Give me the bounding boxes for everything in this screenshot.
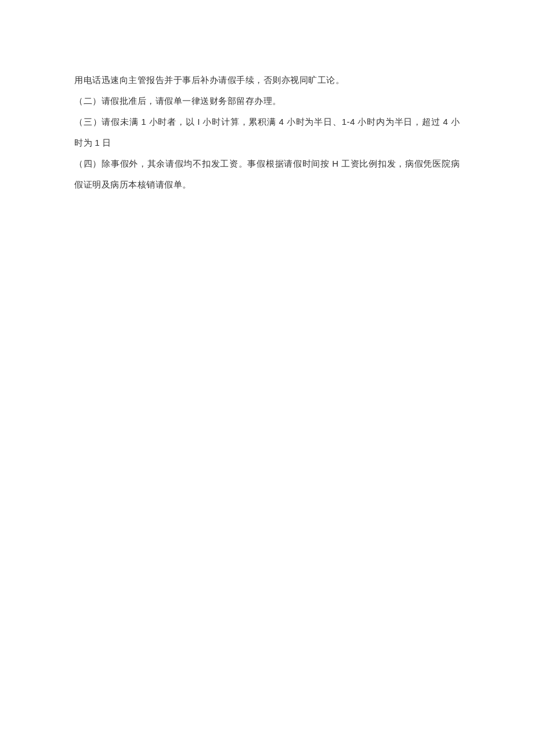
number-value: 4: [443, 117, 448, 127]
text-segment: 日: [100, 138, 111, 147]
paragraph-4: （四）除事假外，其余请假均不扣发工资。事假根据请假时间按 H 工资比例扣发，病假…: [74, 153, 460, 195]
paragraph-2: （二）请假批准后，请假单一律送财务部留存办理。: [74, 91, 460, 111]
paragraph-1: 用电话迅速向主管报告并于事后补办请假手续，否则亦视同旷工论。: [74, 70, 460, 91]
letter-value: H: [332, 159, 338, 168]
document-content: 用电话迅速向主管报告并于事后补办请假手续，否则亦视同旷工论。 （二）请假批准后，…: [74, 70, 460, 195]
number-value: 1-4: [342, 117, 355, 127]
text-segment: 小时内为半日，超过: [355, 117, 443, 127]
text-segment: 小时为半日、: [284, 117, 341, 127]
text-segment: （三）请假未满: [74, 117, 141, 127]
text-segment: 小时者，以: [146, 117, 197, 127]
paragraph-3: （三）请假未满 1 小时者，以 I 小时计算，累积满 4 小时为半日、1-4 小…: [74, 111, 460, 153]
number-value: 1: [95, 138, 100, 147]
text-segment: （四）除事假外，其余请假均不扣发工资。事假根据请假时间按: [74, 159, 332, 168]
number-value: 4: [279, 117, 284, 127]
number-value: 1: [141, 117, 146, 127]
text-segment: 小时计算，累积满: [200, 117, 279, 127]
